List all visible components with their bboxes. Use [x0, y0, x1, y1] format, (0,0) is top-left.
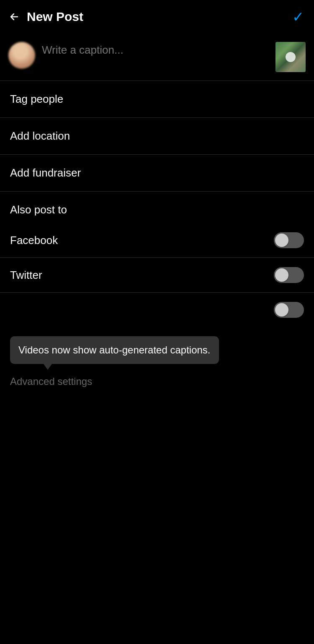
tag-people-row[interactable]: Tag people [0, 81, 314, 118]
back-button[interactable] [8, 11, 20, 23]
third-toggle-row [0, 293, 314, 327]
avatar [8, 42, 35, 69]
thumbnail-image [275, 42, 306, 72]
post-thumbnail [275, 42, 306, 72]
add-fundraiser-label: Add fundraiser [10, 166, 81, 179]
twitter-toggle-knob [275, 268, 288, 282]
twitter-label: Twitter [10, 269, 42, 282]
add-location-row[interactable]: Add location [0, 118, 314, 155]
facebook-toggle-row: Facebook [0, 223, 314, 258]
header: New Post ✓ [0, 0, 314, 34]
third-toggle[interactable] [274, 302, 304, 318]
third-toggle-knob [275, 303, 288, 317]
caption-area [0, 34, 314, 81]
add-location-label: Add location [10, 130, 70, 143]
advanced-settings-label: Advanced settings [10, 376, 92, 387]
facebook-toggle[interactable] [274, 232, 304, 248]
facebook-label: Facebook [10, 234, 58, 247]
facebook-toggle-knob [275, 234, 288, 247]
tooltip-box: Videos now show auto-generated captions. [10, 336, 219, 364]
twitter-toggle[interactable] [274, 267, 304, 283]
tooltip-text: Videos now show auto-generated captions. [18, 344, 211, 356]
back-arrow-icon [8, 11, 20, 23]
twitter-toggle-row: Twitter [0, 258, 314, 293]
caption-input[interactable] [42, 42, 269, 67]
tag-people-label: Tag people [10, 93, 63, 106]
page-title: New Post [27, 10, 292, 24]
confirm-button[interactable]: ✓ [292, 8, 304, 25]
tooltip-container: Videos now show auto-generated captions. [0, 327, 314, 364]
add-fundraiser-row[interactable]: Add fundraiser [0, 155, 314, 192]
also-post-to-section: Also post to [0, 192, 314, 223]
also-post-to-label: Also post to [10, 203, 67, 216]
